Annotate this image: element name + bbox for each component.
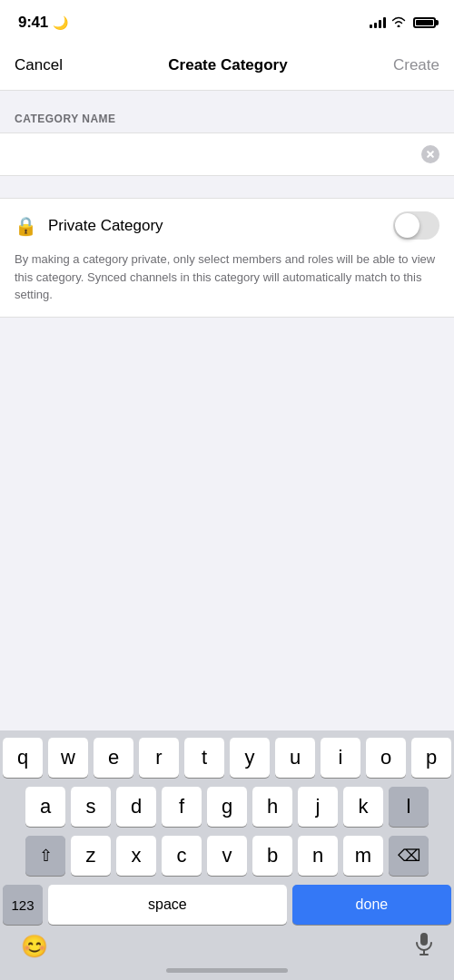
backspace-key[interactable]: ⌫ (389, 836, 429, 876)
microphone-button[interactable] (415, 932, 433, 961)
private-category-section: 🔒 Private Category By making a category … (0, 198, 454, 318)
status-time: 9:41 (18, 14, 48, 32)
status-bar: 9:41 🌙 (0, 0, 454, 40)
wifi-icon (391, 16, 406, 30)
key-y[interactable]: y (230, 738, 270, 778)
private-category-row: 🔒 Private Category (15, 211, 439, 240)
category-name-input[interactable] (15, 145, 421, 163)
nav-bar: Cancel Create Category Create (0, 40, 454, 91)
key-f[interactable]: f (162, 787, 202, 827)
key-h[interactable]: h (252, 787, 292, 827)
keyboard-row-bottom: 123 space done (3, 885, 451, 925)
key-w[interactable]: w (48, 738, 88, 778)
category-name-section: CATEGORY NAME (0, 113, 454, 176)
svg-rect-0 (420, 933, 428, 946)
battery-icon (413, 17, 436, 28)
private-category-label: Private Category (48, 217, 163, 235)
key-x[interactable]: x (116, 836, 156, 876)
home-bar (166, 968, 288, 973)
numbers-key[interactable]: 123 (3, 885, 43, 925)
private-category-toggle[interactable] (393, 211, 439, 240)
moon-icon: 🌙 (53, 15, 68, 30)
done-key[interactable]: done (292, 885, 451, 925)
key-o[interactable]: o (366, 738, 406, 778)
keyboard: q w e r t y u i o p a s d f g h j k l ⇧ … (0, 730, 454, 980)
shift-key[interactable]: ⇧ (25, 836, 65, 876)
key-m[interactable]: m (343, 836, 383, 876)
home-indicator (3, 965, 451, 980)
key-v[interactable]: v (207, 836, 247, 876)
create-button[interactable]: Create (393, 56, 439, 74)
key-q[interactable]: q (3, 738, 43, 778)
key-g[interactable]: g (207, 787, 247, 827)
private-left: 🔒 Private Category (15, 215, 163, 237)
space-key[interactable]: space (48, 885, 287, 925)
input-container (0, 132, 454, 176)
keyboard-row-3: ⇧ z x c v b n m ⌫ (3, 836, 451, 876)
key-z[interactable]: z (71, 836, 111, 876)
toggle-knob (395, 213, 419, 238)
key-d[interactable]: d (116, 787, 156, 827)
key-j[interactable]: j (298, 787, 338, 827)
key-s[interactable]: s (71, 787, 111, 827)
key-t[interactable]: t (184, 738, 224, 778)
keyboard-row-2: a s d f g h j k l (3, 787, 451, 827)
key-i[interactable]: i (321, 738, 360, 778)
emoji-mic-row: 😊 (3, 925, 451, 965)
key-l[interactable]: l (389, 787, 429, 827)
cancel-button[interactable]: Cancel (15, 56, 63, 74)
private-category-description: By making a category private, only selec… (15, 250, 439, 304)
status-icons (370, 16, 436, 30)
key-r[interactable]: r (139, 738, 179, 778)
key-c[interactable]: c (162, 836, 202, 876)
key-n[interactable]: n (298, 836, 338, 876)
keyboard-row-1: q w e r t y u i o p (3, 738, 451, 778)
key-p[interactable]: p (411, 738, 451, 778)
emoji-button[interactable]: 😊 (21, 934, 48, 959)
signal-icon (370, 17, 386, 28)
key-a[interactable]: a (25, 787, 65, 827)
clear-input-button[interactable] (421, 145, 439, 163)
key-e[interactable]: e (94, 738, 133, 778)
content-area: CATEGORY NAME 🔒 Private Category By maki… (0, 91, 454, 318)
key-k[interactable]: k (343, 787, 383, 827)
page-title: Create Category (168, 56, 287, 74)
key-u[interactable]: u (275, 738, 315, 778)
lock-icon: 🔒 (15, 215, 37, 237)
key-b[interactable]: b (252, 836, 292, 876)
category-name-label: CATEGORY NAME (0, 113, 454, 132)
